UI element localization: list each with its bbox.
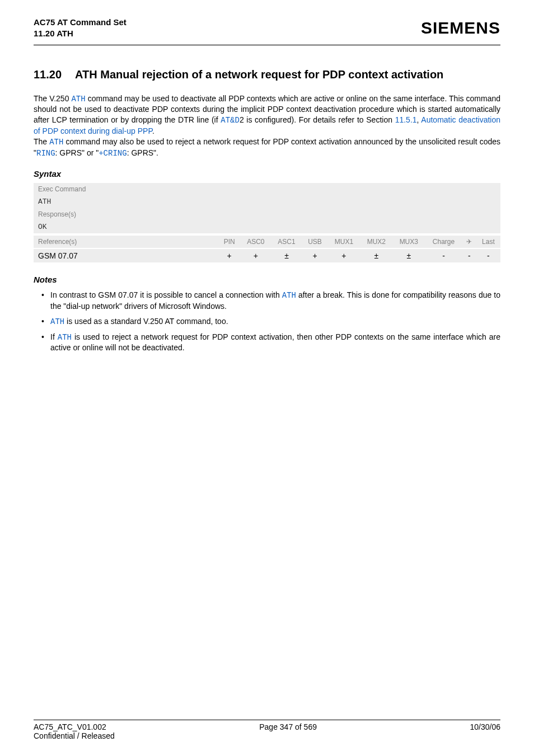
footer-page-number: Page 347 of 569 bbox=[259, 722, 317, 731]
text: . bbox=[152, 126, 154, 135]
section-heading: 11.20 ATH Manual rejection of a network … bbox=[34, 68, 500, 81]
ath-link[interactable]: ATH bbox=[58, 333, 72, 342]
response-value: OK bbox=[34, 220, 500, 233]
footer-row-1: AC75_ATC_V01.002 Page 347 of 569 10/30/0… bbox=[34, 722, 500, 731]
col-asc0: ASC0 bbox=[240, 236, 271, 248]
text: : GPRS". bbox=[127, 148, 158, 157]
atd-link[interactable]: AT&D bbox=[221, 116, 240, 125]
section-title-text: ATH Manual rejection of a network reques… bbox=[75, 68, 500, 81]
val-asc1: ± bbox=[271, 248, 302, 262]
val-last: - bbox=[476, 248, 500, 262]
airplane-icon: ✈ bbox=[466, 238, 472, 246]
exec-command-label: Exec Command bbox=[34, 183, 500, 195]
exec-command-value: ATH bbox=[34, 195, 500, 208]
page-footer: AC75_ATC_V01.002 Page 347 of 569 10/30/0… bbox=[34, 720, 500, 740]
ring-link[interactable]: RING bbox=[36, 149, 55, 158]
col-usb: USB bbox=[302, 236, 328, 248]
footer-doc-id: AC75_ATC_V01.002 bbox=[34, 722, 106, 731]
reference-data-row: GSM 07.07 + + ± + + ± ± - - - bbox=[34, 248, 500, 262]
reference-header-row: Reference(s) PIN ASC0 ASC1 USB MUX1 MUX2… bbox=[34, 236, 500, 248]
text: is used to reject a network request for … bbox=[50, 332, 500, 353]
reference-table: Reference(s) PIN ASC0 ASC1 USB MUX1 MUX2… bbox=[34, 236, 500, 262]
section-number: 11.20 bbox=[34, 68, 62, 81]
col-mux2: MUX2 bbox=[360, 236, 392, 248]
val-charge: - bbox=[425, 248, 462, 262]
note-item: If ATH is used to reject a network reque… bbox=[41, 332, 500, 354]
response-label: Response(s) bbox=[34, 208, 500, 220]
header-rule bbox=[34, 44, 500, 46]
note-item: ATH is used as a standard V.250 AT comma… bbox=[41, 316, 500, 327]
val-mux1: + bbox=[327, 248, 360, 262]
doc-title: AC75 AT Command Set bbox=[34, 17, 127, 28]
ath-link[interactable]: ATH bbox=[71, 95, 85, 104]
col-charge: Charge bbox=[425, 236, 462, 248]
reference-name: GSM 07.07 bbox=[34, 248, 218, 262]
col-asc1: ASC1 bbox=[271, 236, 302, 248]
doc-subsection: 11.20 ATH bbox=[34, 28, 127, 39]
intro-paragraph: The V.250 ATH command may be used to dea… bbox=[34, 93, 500, 159]
val-usb: + bbox=[302, 248, 328, 262]
val-asc0: + bbox=[240, 248, 271, 262]
section-ref-link[interactable]: 11.5.1 bbox=[395, 115, 417, 124]
col-pin: PIN bbox=[218, 236, 240, 248]
col-airplane: ✈ bbox=[462, 236, 476, 248]
val-pin: + bbox=[218, 248, 240, 262]
text: 2 is configured). For details refer to S… bbox=[240, 115, 395, 124]
notes-list: In contrast to GSM 07.07 it is possible … bbox=[34, 290, 500, 353]
val-mux3: ± bbox=[392, 248, 425, 262]
ath-link[interactable]: ATH bbox=[49, 138, 63, 147]
text: is used as a standard V.250 AT command, … bbox=[64, 317, 228, 326]
note-item: In contrast to GSM 07.07 it is possible … bbox=[41, 290, 500, 312]
siemens-logo: SIEMENS bbox=[421, 18, 500, 37]
syntax-heading: Syntax bbox=[34, 169, 500, 179]
val-airplane: - bbox=[462, 248, 476, 262]
syntax-table: Exec Command ATH Response(s) OK bbox=[34, 183, 500, 233]
col-last: Last bbox=[476, 236, 500, 248]
ath-link[interactable]: ATH bbox=[282, 291, 296, 300]
ath-link[interactable]: ATH bbox=[50, 317, 64, 326]
col-mux3: MUX3 bbox=[392, 236, 425, 248]
text: In contrast to GSM 07.07 it is possible … bbox=[50, 290, 282, 299]
text: : GPRS" or " bbox=[55, 148, 99, 157]
notes-heading: Notes bbox=[34, 275, 500, 284]
cring-link[interactable]: +CRING bbox=[99, 149, 127, 158]
page-header: AC75 AT Command Set 11.20 ATH SIEMENS bbox=[34, 0, 500, 44]
footer-row-2: Confidential / Released bbox=[34, 731, 500, 740]
footer-rule bbox=[34, 720, 500, 720]
col-mux1: MUX1 bbox=[327, 236, 360, 248]
footer-date: 10/30/06 bbox=[470, 722, 500, 731]
text: If bbox=[50, 332, 58, 341]
header-left: AC75 AT Command Set 11.20 ATH bbox=[34, 17, 127, 40]
val-mux2: ± bbox=[360, 248, 392, 262]
reference-label: Reference(s) bbox=[34, 236, 218, 248]
text: The V.250 bbox=[34, 94, 71, 103]
footer-confidential: Confidential / Released bbox=[34, 731, 115, 740]
text: The bbox=[34, 137, 49, 146]
